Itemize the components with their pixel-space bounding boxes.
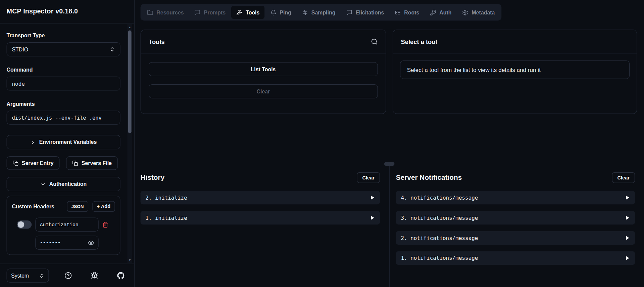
- authentication-label: Authentication: [49, 181, 87, 187]
- transport-type-label: Transport Type: [7, 33, 120, 39]
- transport-type-select[interactable]: STDIO: [7, 42, 120, 56]
- tool-details-panel: Select a tool Select a tool from the lis…: [393, 30, 637, 114]
- sidebar: MCP Inspector v0.18.0 Transport Type STD…: [0, 0, 135, 287]
- tab-tools[interactable]: Tools: [231, 6, 264, 19]
- tab-elicitations[interactable]: Elicitations: [341, 6, 389, 19]
- main-area: Resources Prompts Tools Ping Sampling: [135, 0, 644, 287]
- history-item[interactable]: 1. initialize: [141, 211, 380, 224]
- tab-label: Ping: [280, 9, 291, 15]
- json-toggle-button[interactable]: JSON: [67, 201, 88, 212]
- tab-label: Sampling: [311, 9, 336, 15]
- clear-tools-button[interactable]: Clear: [149, 84, 378, 98]
- play-icon: [625, 235, 630, 241]
- tab-sampling[interactable]: Sampling: [297, 6, 340, 19]
- notification-item[interactable]: 3. notifications/message: [396, 211, 635, 224]
- history-title: History: [141, 173, 165, 181]
- expand-button[interactable]: [625, 195, 630, 200]
- scrollbar-up-arrow[interactable]: ▲: [127, 25, 132, 30]
- tab-ping[interactable]: Ping: [265, 6, 296, 19]
- tools-panel-title: Tools: [149, 38, 165, 45]
- arguments-group: Arguments dist/index.js --env-file .env: [7, 101, 120, 125]
- key-icon: [430, 9, 436, 15]
- notification-item[interactable]: 2. notifications/message: [396, 231, 635, 245]
- header-value-input[interactable]: •••••••: [35, 236, 98, 250]
- theme-select[interactable]: System: [7, 269, 49, 283]
- expand-button[interactable]: [625, 215, 630, 220]
- bug-report-button[interactable]: [88, 269, 102, 283]
- list-tools-button[interactable]: List Tools: [149, 62, 378, 76]
- command-label: Command: [7, 67, 120, 73]
- add-header-button[interactable]: + Add: [92, 201, 115, 212]
- help-button[interactable]: [61, 269, 75, 283]
- server-entry-label: Server Entry: [22, 160, 54, 166]
- authentication-button[interactable]: Authentication: [7, 177, 120, 191]
- servers-file-button[interactable]: Servers File: [66, 156, 118, 170]
- history-clear-button[interactable]: Clear: [357, 172, 380, 183]
- tools-panel: Tools List Tools Clear: [141, 30, 386, 114]
- scrollbar-down-arrow[interactable]: ▼: [127, 257, 132, 262]
- hammer-icon: [236, 9, 242, 15]
- eye-icon: [88, 240, 94, 246]
- expand-button[interactable]: [625, 235, 630, 241]
- header-name-input[interactable]: Authorization: [35, 217, 98, 232]
- folder-icon: [147, 9, 153, 15]
- sidebar-scrollbar[interactable]: ▲ ▼: [127, 24, 132, 263]
- copy-icon: [72, 160, 78, 166]
- tab-label: Auth: [439, 9, 451, 15]
- play-icon: [369, 195, 375, 200]
- tools-search-button[interactable]: [371, 38, 378, 45]
- split-handle[interactable]: [384, 162, 395, 166]
- notifications-header: Server Notifications Clear: [396, 172, 635, 183]
- notification-item[interactable]: 4. notifications/message: [396, 191, 635, 204]
- expand-button[interactable]: [625, 255, 630, 261]
- arguments-input[interactable]: dist/index.js --env-file .env: [7, 111, 120, 125]
- play-icon: [625, 255, 630, 261]
- history-item[interactable]: 2. initialize: [141, 191, 380, 204]
- tab-metadata[interactable]: Metadata: [457, 6, 500, 19]
- notification-item[interactable]: 1. notifications/message: [396, 251, 635, 265]
- header-enabled-toggle[interactable]: [17, 220, 32, 229]
- command-input[interactable]: node: [7, 77, 120, 91]
- top-panels: Tools List Tools Clear Select a tool Sel…: [135, 30, 644, 114]
- tab-label: Tools: [246, 9, 259, 15]
- expand-button[interactable]: [369, 215, 375, 220]
- bell-icon: [270, 9, 276, 15]
- hash-icon: [302, 9, 308, 15]
- delete-header-button[interactable]: [102, 221, 108, 228]
- tool-details-header: Select a tool: [393, 30, 637, 53]
- settings-icon: [462, 9, 468, 15]
- github-button[interactable]: [114, 269, 128, 283]
- chevrons-up-down-icon: [39, 273, 44, 278]
- history-header: History Clear: [141, 172, 380, 183]
- tab-resources[interactable]: Resources: [142, 6, 189, 19]
- tab-prompts[interactable]: Prompts: [190, 6, 231, 19]
- tool-details-body: Select a tool from the list to view its …: [393, 53, 637, 86]
- tab-label: Elicitations: [355, 9, 384, 15]
- expand-button[interactable]: [369, 195, 375, 200]
- tab-roots[interactable]: Roots: [390, 6, 424, 19]
- scrollbar-thumb[interactable]: [128, 31, 132, 133]
- header-name-value: Authorization: [40, 222, 79, 228]
- custom-headers-card: Custom Headers JSON + Add Authorization …: [7, 196, 120, 255]
- notification-item-label: 3. notifications/message: [401, 215, 478, 221]
- history-item-label: 2. initialize: [145, 195, 187, 201]
- notification-item-label: 1. notifications/message: [401, 255, 478, 261]
- history-item-label: 1. initialize: [145, 215, 187, 221]
- search-icon: [371, 38, 378, 45]
- tab-label: Resources: [156, 9, 184, 15]
- notifications-clear-button[interactable]: Clear: [612, 172, 635, 183]
- custom-header-row: Authorization: [12, 217, 115, 232]
- toggle-visibility-button[interactable]: [88, 240, 94, 246]
- environment-variables-button[interactable]: Environment Variables: [7, 135, 120, 149]
- tab-label: Roots: [404, 9, 419, 15]
- message-square-icon: [346, 9, 352, 15]
- server-buttons-row: Server Entry Servers File: [7, 156, 120, 170]
- app-root: MCP Inspector v0.18.0 Transport Type STD…: [0, 0, 644, 287]
- arguments-label: Arguments: [7, 101, 120, 107]
- server-entry-button[interactable]: Server Entry: [7, 156, 60, 170]
- chevron-down-icon: [40, 181, 46, 187]
- tab-auth[interactable]: Auth: [425, 6, 456, 19]
- servers-file-label: Servers File: [82, 160, 112, 166]
- list-tree-icon: [395, 9, 401, 15]
- header-value-masked: •••••••: [40, 240, 61, 246]
